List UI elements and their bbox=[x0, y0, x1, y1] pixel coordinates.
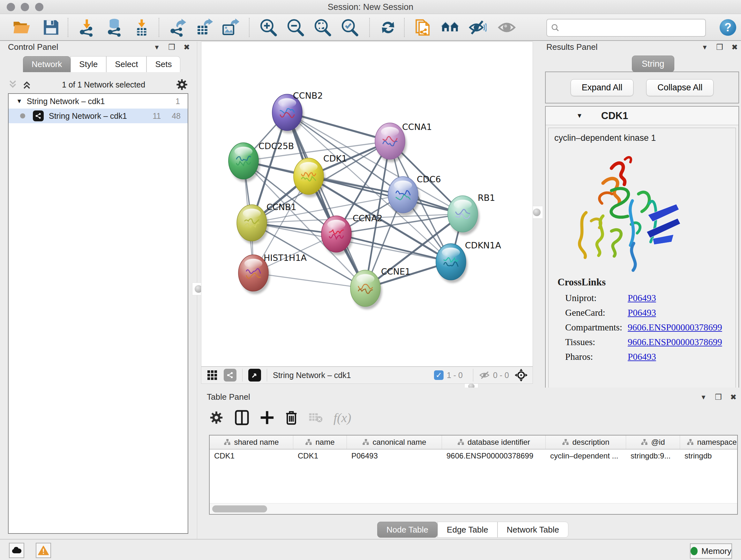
grid-view-icon[interactable] bbox=[206, 369, 218, 381]
table-header-cell[interactable]: shared name bbox=[210, 435, 293, 449]
panel-collapse-icon[interactable]: ▼ bbox=[700, 394, 707, 400]
selected-checkbox-icon[interactable]: ✓ bbox=[434, 370, 444, 380]
help-button[interactable]: ? bbox=[720, 19, 736, 36]
open-session-button[interactable] bbox=[11, 17, 32, 38]
network-options-gear-icon[interactable] bbox=[176, 78, 188, 91]
network-node[interactable]: CCNB2 bbox=[272, 91, 323, 133]
network-node[interactable]: CCNE1 bbox=[350, 266, 410, 309]
expand-all-icon[interactable] bbox=[22, 79, 31, 90]
network-share-icon[interactable] bbox=[224, 369, 237, 381]
import-network-database-button[interactable] bbox=[104, 17, 125, 38]
network-node[interactable]: HIST1H1A bbox=[239, 253, 307, 294]
panel-close-icon[interactable]: ✖ bbox=[730, 393, 737, 401]
tab-sets[interactable]: Sets bbox=[146, 56, 180, 72]
network-node[interactable]: CDC6 bbox=[388, 174, 441, 216]
network-edge[interactable] bbox=[253, 273, 365, 288]
import-table-file-button[interactable] bbox=[131, 17, 152, 38]
expand-all-button[interactable]: Expand All bbox=[570, 79, 634, 96]
table-row[interactable]: CDK1CDK1P064939606.ENSP00000378699cyclin… bbox=[210, 449, 737, 462]
fit-selected-crosshair-icon[interactable] bbox=[515, 369, 528, 381]
scrollbar-thumb[interactable] bbox=[212, 505, 267, 512]
delete-column-trash-icon[interactable] bbox=[285, 410, 298, 425]
panel-collapse-icon[interactable]: ▼ bbox=[154, 44, 160, 51]
table-cell[interactable]: cyclin–dependent ... bbox=[546, 451, 626, 460]
crosslink-link[interactable]: 9606.ENSP00000378699 bbox=[628, 322, 722, 333]
node-label: RB1 bbox=[478, 193, 495, 203]
tab-network[interactable]: Network bbox=[23, 56, 71, 72]
refresh-button[interactable] bbox=[378, 17, 398, 38]
zoom-selected-button[interactable] bbox=[339, 17, 360, 38]
show-graphics-details-button[interactable] bbox=[496, 17, 517, 38]
network-node[interactable]: RB1 bbox=[448, 193, 495, 235]
zoom-in-button[interactable] bbox=[258, 17, 278, 38]
crosslink-label: GeneCard: bbox=[565, 307, 628, 318]
table-horizontal-scrollbar[interactable] bbox=[210, 503, 737, 514]
export-network-file-button[interactable] bbox=[167, 17, 188, 38]
panel-close-icon[interactable]: ✖ bbox=[731, 44, 738, 51]
tab-network-table[interactable]: Network Table bbox=[497, 522, 568, 538]
create-column-plus-icon[interactable] bbox=[260, 410, 274, 425]
network-node[interactable]: CCNB1 bbox=[237, 202, 296, 244]
memory-button[interactable]: Memory bbox=[690, 543, 732, 559]
panel-float-icon[interactable]: ❒ bbox=[168, 44, 175, 51]
search-input[interactable] bbox=[560, 23, 697, 32]
panel-float-icon[interactable]: ❒ bbox=[716, 44, 723, 51]
node-table: shared namenamecanonical namedatabase id… bbox=[209, 435, 738, 515]
panel-float-icon[interactable]: ❒ bbox=[715, 393, 722, 401]
table-cell[interactable]: stringdb:9... bbox=[626, 451, 680, 460]
gene-header-row[interactable]: ▼ CDK1 bbox=[546, 107, 738, 125]
network-collection-row[interactable]: ▼ String Network – cdk1 1 bbox=[9, 94, 188, 109]
tab-edge-table[interactable]: Edge Table bbox=[437, 522, 497, 538]
tab-style[interactable]: Style bbox=[71, 56, 106, 72]
table-body: CDK1CDK1P064939606.ENSP00000378699cyclin… bbox=[210, 449, 737, 462]
crosslink-link[interactable]: P06493 bbox=[628, 293, 656, 303]
collapse-all-icon[interactable] bbox=[8, 79, 17, 90]
table-cell[interactable]: CDK1 bbox=[293, 451, 347, 460]
table-header-cell[interactable]: database identifier bbox=[442, 435, 546, 449]
table-header-cell[interactable]: namespace bbox=[680, 435, 738, 449]
birds-eye-view-icon[interactable] bbox=[248, 369, 261, 381]
network-node[interactable]: CDC25B bbox=[228, 141, 294, 182]
gene-expander-icon[interactable]: ▼ bbox=[576, 112, 583, 119]
tree-expander-icon[interactable]: ▼ bbox=[16, 98, 22, 105]
table-header-cell[interactable]: description bbox=[546, 435, 626, 449]
show-columns-icon[interactable] bbox=[234, 410, 249, 426]
table-header-cell[interactable]: canonical name bbox=[347, 435, 442, 449]
table-cell[interactable]: stringdb bbox=[680, 451, 738, 460]
table-header-cell[interactable]: name bbox=[293, 435, 347, 449]
string-network-graph[interactable]: CCNB2CCNA1CDC25BCDK1CDC6RB1CCNB1CCNA2CDK… bbox=[201, 42, 533, 366]
zoom-fit-button[interactable] bbox=[312, 17, 333, 38]
network-node[interactable]: CDK1 bbox=[293, 153, 347, 197]
string-home-button[interactable] bbox=[440, 17, 460, 38]
panel-collapse-icon[interactable]: ▼ bbox=[702, 44, 708, 51]
table-cell[interactable]: 9606.ENSP00000378699 bbox=[442, 451, 546, 460]
save-session-button[interactable] bbox=[41, 17, 61, 38]
automation-cloud-button[interactable] bbox=[9, 543, 24, 558]
table-header-cell[interactable]: @id bbox=[626, 435, 680, 449]
table-options-gear-icon[interactable] bbox=[209, 410, 224, 425]
export-image-icon bbox=[221, 18, 239, 37]
tab-node-table[interactable]: Node Table bbox=[377, 522, 437, 538]
warnings-button[interactable] bbox=[36, 543, 51, 558]
table-cell[interactable]: P06493 bbox=[347, 451, 442, 460]
network-node[interactable]: CCNA2 bbox=[321, 213, 383, 255]
network-node[interactable]: CDKN1A bbox=[436, 240, 501, 283]
crosslink-link[interactable]: P06493 bbox=[628, 307, 656, 318]
export-image-button[interactable] bbox=[220, 17, 240, 38]
zoom-out-button[interactable] bbox=[285, 17, 306, 38]
string-import-button[interactable] bbox=[413, 17, 433, 38]
tab-select[interactable]: Select bbox=[106, 56, 146, 72]
network-node[interactable]: CCNA1 bbox=[375, 122, 432, 162]
network-item-row[interactable]: String Network – cdk1 11 48 bbox=[9, 109, 188, 123]
network-canvas[interactable]: CCNB2CCNA1CDC25BCDK1CDC6RB1CCNB1CCNA2CDK… bbox=[201, 42, 533, 367]
hide-glass-effect-button[interactable] bbox=[467, 17, 488, 38]
table-cell[interactable]: CDK1 bbox=[210, 451, 293, 460]
import-network-file-button[interactable] bbox=[77, 17, 97, 38]
export-table-button[interactable] bbox=[194, 17, 214, 38]
search-box bbox=[546, 19, 706, 37]
collapse-all-button[interactable]: Collapse All bbox=[646, 79, 714, 96]
crosslink-link[interactable]: P06493 bbox=[628, 352, 656, 362]
crosslink-link[interactable]: 9606.ENSP00000378699 bbox=[628, 337, 722, 348]
panel-close-icon[interactable]: ✖ bbox=[184, 44, 190, 51]
tab-string[interactable]: String bbox=[632, 56, 674, 72]
